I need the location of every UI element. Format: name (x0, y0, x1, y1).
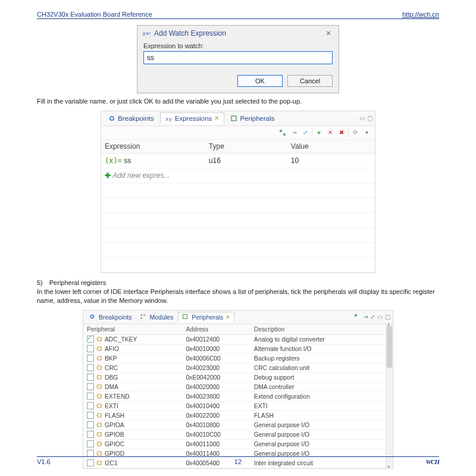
caption-fill-variable: Fill in the variable name, or just click… (37, 97, 439, 106)
scroll-thumb[interactable] (387, 326, 392, 368)
peripheral-description: CRC calculation unit (250, 363, 377, 372)
peripheral-checkbox[interactable] (87, 336, 94, 343)
table-row[interactable]: GPIOC0x40011000General purpose I/O (83, 439, 393, 449)
peripheral-checkbox[interactable] (87, 374, 94, 381)
add-icon[interactable]: ＋ (314, 128, 324, 137)
cancel-button[interactable]: Cancel (287, 75, 333, 87)
plus-icon: ✚ (105, 171, 111, 180)
peripheral-checkbox[interactable] (87, 383, 94, 390)
tab-modules[interactable]: Modules (136, 312, 177, 322)
table-row[interactable]: GPIOB0x40010C00General purpose I/O (83, 430, 393, 439)
peripheral-checkbox[interactable] (87, 402, 94, 409)
expressions-icon: xy (165, 115, 173, 122)
peripheral-description: FLASH (250, 411, 377, 420)
peripheral-name: CRC (105, 365, 118, 371)
peripheral-name: GPIOA (105, 422, 124, 428)
peripheral-description: Extend configuration (250, 392, 377, 401)
chip-icon (96, 365, 102, 371)
table-row[interactable]: EXTEND0x40023800Extend configuration (83, 392, 393, 401)
peripheral-name: GPIOC (105, 441, 124, 447)
svg-rect-14 (98, 337, 101, 341)
peripheral-name: FLASH (105, 412, 124, 419)
col-value[interactable]: Value (287, 140, 375, 154)
doc-title: CH32V30x Evaluation Board Reference (37, 11, 152, 18)
menu-icon[interactable]: ▾ (362, 128, 371, 137)
vertical-scrollbar[interactable]: ▴ ▾ (386, 322, 393, 468)
peripheral-checkbox[interactable] (87, 421, 94, 428)
remove-all-icon[interactable]: ✖ (337, 128, 346, 137)
ok-button[interactable]: OK (237, 75, 283, 87)
peripheral-address: 0x40010800 (182, 420, 250, 430)
peripherals-table: Peripheral Address Description ADC_TKEY0… (83, 324, 393, 468)
maximize-icon[interactable]: ▢ (385, 314, 390, 320)
peripheral-address: 0x40010400 (182, 401, 250, 411)
tab-close-icon[interactable]: ✕ (214, 115, 219, 121)
svg-rect-12 (183, 314, 187, 318)
peripheral-checkbox[interactable] (87, 355, 94, 362)
chip-icon (96, 384, 102, 390)
peripheral-checkbox[interactable] (87, 345, 94, 352)
refresh-icon[interactable]: ⟳ (350, 128, 360, 137)
col-type[interactable]: Type (205, 140, 287, 154)
add-new-expression-row[interactable]: ✚ Add new expres... (101, 168, 375, 183)
toolbar-btn-1[interactable] (354, 314, 361, 320)
table-row[interactable]: DMA0x40020000DMA controller (83, 382, 393, 392)
peripheral-checkbox[interactable] (87, 393, 94, 400)
table-row[interactable]: EXTI0x40010400EXTI (83, 401, 393, 411)
expressions-toolbar: ⇥ ⤢ ＋ ✕ ✖ ⟳ ▾ (101, 126, 375, 140)
expand-icon[interactable]: ⤢ (300, 128, 310, 137)
doc-url-link[interactable]: http://wch.cn (402, 11, 439, 18)
peripheral-name: EXTEND (105, 393, 130, 400)
col-expression[interactable]: Expression (101, 140, 205, 154)
tab-peripherals[interactable]: Peripherals (226, 113, 279, 124)
minimize-icon[interactable]: ▭ (359, 115, 365, 121)
remove-icon[interactable]: ✕ (325, 128, 335, 137)
peripheral-address: 0xE0042000 (182, 372, 250, 382)
table-row[interactable]: ADC_TKEY0x40012400Analog to digital conv… (83, 334, 393, 344)
peripheral-description: General purpose I/O (250, 439, 377, 449)
col-peripheral[interactable]: Peripheral (83, 324, 182, 335)
maximize-icon[interactable]: ▢ (367, 115, 372, 121)
chip-icon (96, 431, 102, 437)
close-icon[interactable]: ✕ (323, 29, 334, 37)
table-row[interactable]: GPIOA0x40010800General purpose I/O (83, 420, 393, 430)
toolbar-btn-3[interactable]: ⤢ (370, 314, 375, 320)
svg-rect-29 (98, 385, 101, 389)
col-description[interactable]: Description (250, 324, 377, 335)
table-row[interactable]: FLASH0x40022000FLASH (83, 411, 393, 420)
tab-breakpoints[interactable]: Breakpoints (104, 113, 159, 124)
chip-icon (96, 450, 102, 456)
page-number: 12 (234, 458, 242, 465)
chip-icon (96, 374, 102, 380)
table-row[interactable]: CRC0x40023000CRC calculation unit (83, 363, 393, 372)
svg-rect-38 (98, 414, 101, 417)
tab-close-icon[interactable]: ✕ (226, 314, 230, 320)
chip-icon (96, 393, 102, 399)
table-row[interactable]: DBG0xE0042000Debug support (83, 372, 393, 382)
peripheral-checkbox[interactable] (87, 431, 94, 438)
table-row[interactable]: AFIO0x40010000Alternate function I/O (83, 344, 393, 353)
peripheral-address: 0x40023000 (182, 363, 250, 372)
toolbar-btn-2[interactable]: ⇥ (363, 314, 368, 320)
peripheral-checkbox[interactable] (87, 364, 94, 371)
tree-icon[interactable] (278, 128, 287, 137)
modules-icon (140, 314, 147, 321)
tab-breakpoints-2[interactable]: Breakpoints (86, 312, 135, 322)
collapse-icon[interactable]: ⇥ (289, 128, 299, 137)
peripheral-checkbox[interactable] (87, 412, 94, 419)
breakpoints-icon (89, 314, 96, 321)
svg-rect-35 (98, 404, 101, 408)
tab-peripherals-2[interactable]: Peripherals ✕ (178, 312, 234, 322)
peripherals-icon (182, 314, 189, 321)
expressions-table: Expression Type Value (x)= ss u16 10 ✚ A… (101, 140, 375, 273)
peripheral-name: DBG (105, 374, 118, 381)
tab-expressions[interactable]: xy Expressions ✕ (160, 112, 225, 124)
document-footer: V1.6 12 WCH (37, 456, 439, 465)
svg-rect-20 (98, 356, 101, 360)
col-address[interactable]: Address (182, 324, 250, 335)
peripheral-checkbox[interactable] (87, 440, 94, 447)
minimize-icon[interactable]: ▭ (377, 314, 383, 320)
expression-input[interactable]: ss (143, 51, 333, 64)
table-row[interactable]: BKP0x40006C00Backup registers (83, 353, 393, 363)
table-row[interactable]: (x)= ss u16 10 (101, 153, 375, 168)
